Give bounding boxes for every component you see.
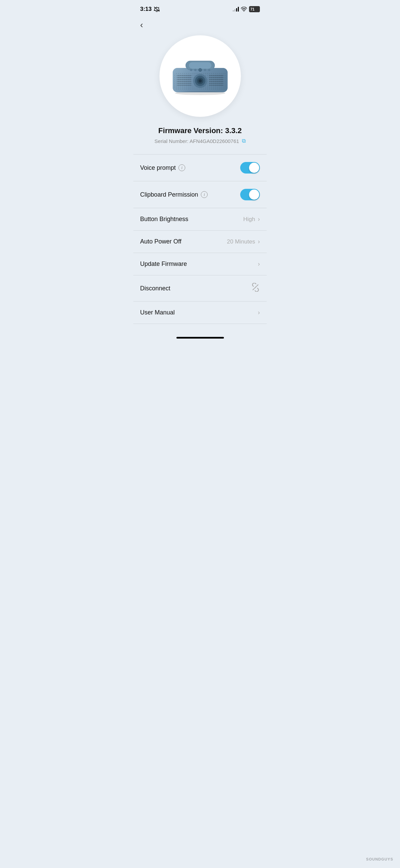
- toggle-knob-clipboard-permission: [249, 189, 259, 200]
- battery-indicator: 71: [249, 6, 260, 12]
- svg-rect-20: [177, 81, 191, 82]
- row-left-clipboard-permission: Clipboard Permissioni: [140, 191, 208, 198]
- svg-point-29: [175, 91, 225, 95]
- signal-strength: [233, 7, 239, 12]
- chevron-icon-user-manual: ›: [258, 309, 260, 316]
- row-right-disconnect: [251, 283, 260, 294]
- product-info: Firmware Version: 3.3.2 Serial Number: A…: [133, 124, 267, 154]
- info-icon-clipboard-permission[interactable]: i: [201, 191, 208, 198]
- svg-rect-18: [177, 77, 191, 78]
- status-indicators: 71: [233, 6, 260, 12]
- serial-number-label: Serial Number: AFN4GA0D22600761: [154, 138, 239, 144]
- mute-icon: [154, 6, 160, 12]
- svg-point-12: [208, 69, 210, 71]
- row-value-button-brightness: High: [243, 216, 255, 223]
- settings-list: Voice promptiClipboard PermissioniButton…: [133, 154, 267, 334]
- row-left-voice-prompt: Voice prompti: [140, 164, 185, 171]
- svg-point-16: [198, 79, 202, 83]
- product-image-circle: [159, 35, 241, 117]
- svg-point-8: [190, 69, 192, 71]
- home-indicator: [133, 334, 267, 343]
- row-right-auto-power-off: 20 Minutes›: [227, 238, 260, 245]
- toggle-clipboard-permission[interactable]: [240, 189, 260, 200]
- settings-row-button-brightness[interactable]: Button BrightnessHigh›: [133, 208, 267, 231]
- row-value-auto-power-off: 20 Minutes: [227, 238, 255, 245]
- status-time: 3:13: [140, 6, 160, 13]
- row-label-user-manual: User Manual: [140, 309, 175, 316]
- svg-rect-21: [177, 83, 191, 84]
- row-label-update-firmware: Update Firmware: [140, 260, 187, 268]
- row-left-auto-power-off: Auto Power Off: [140, 238, 182, 245]
- row-label-button-brightness: Button Brightness: [140, 216, 188, 223]
- toggle-knob-voice-prompt: [249, 163, 259, 173]
- row-left-update-firmware: Update Firmware: [140, 260, 187, 268]
- svg-rect-24: [209, 77, 223, 78]
- copy-icon[interactable]: ⧉: [242, 138, 246, 144]
- settings-row-user-manual[interactable]: User Manual›: [133, 302, 267, 324]
- row-right-button-brightness: High›: [243, 216, 260, 223]
- row-label-auto-power-off: Auto Power Off: [140, 238, 182, 245]
- chevron-icon-auto-power-off: ›: [258, 238, 260, 245]
- row-left-user-manual: User Manual: [140, 309, 175, 316]
- settings-row-disconnect[interactable]: Disconnect: [133, 275, 267, 302]
- svg-point-11: [204, 69, 206, 71]
- product-image-container: [133, 32, 267, 124]
- svg-rect-17: [177, 75, 191, 76]
- settings-row-clipboard-permission[interactable]: Clipboard Permissioni: [133, 181, 267, 208]
- serial-number-row: Serial Number: AFN4GA0D22600761 ⧉: [140, 138, 260, 144]
- svg-point-10: [198, 68, 202, 72]
- row-label-voice-prompt: Voice prompt: [140, 164, 176, 171]
- toggle-voice-prompt[interactable]: [240, 162, 260, 174]
- row-label-clipboard-permission: Clipboard Permission: [140, 191, 198, 198]
- back-chevron-icon: ‹: [140, 20, 143, 30]
- svg-rect-28: [209, 85, 223, 86]
- svg-rect-23: [209, 75, 223, 76]
- svg-rect-19: [177, 79, 191, 80]
- svg-point-9: [194, 69, 196, 71]
- disconnect-icon: [251, 283, 260, 294]
- row-right-update-firmware: ›: [258, 260, 260, 268]
- settings-row-auto-power-off[interactable]: Auto Power Off20 Minutes›: [133, 231, 267, 253]
- settings-row-voice-prompt[interactable]: Voice prompti: [133, 154, 267, 181]
- svg-rect-22: [177, 85, 191, 86]
- row-left-button-brightness: Button Brightness: [140, 216, 188, 223]
- svg-point-1: [244, 11, 244, 12]
- battery-level: 71: [250, 7, 254, 11]
- status-bar: 3:13 71: [133, 0, 267, 16]
- info-icon-voice-prompt[interactable]: i: [178, 164, 185, 171]
- row-right-user-manual: ›: [258, 309, 260, 316]
- firmware-version: Firmware Version: 3.3.2: [140, 126, 260, 135]
- time-label: 3:13: [140, 6, 152, 13]
- row-right-clipboard-permission: [240, 189, 260, 200]
- chevron-icon-update-firmware: ›: [258, 260, 260, 268]
- wifi-icon: [241, 7, 247, 12]
- svg-rect-27: [209, 83, 223, 84]
- chevron-icon-button-brightness: ›: [258, 216, 260, 223]
- row-left-disconnect: Disconnect: [140, 285, 170, 292]
- back-button[interactable]: ‹: [133, 16, 267, 32]
- svg-rect-7: [189, 62, 211, 69]
- settings-row-update-firmware[interactable]: Update Firmware›: [133, 253, 267, 275]
- speaker-image: [168, 54, 232, 98]
- home-bar: [176, 337, 224, 339]
- svg-rect-25: [209, 79, 223, 80]
- row-label-disconnect: Disconnect: [140, 285, 170, 292]
- svg-rect-26: [209, 81, 223, 82]
- row-right-voice-prompt: [240, 162, 260, 174]
